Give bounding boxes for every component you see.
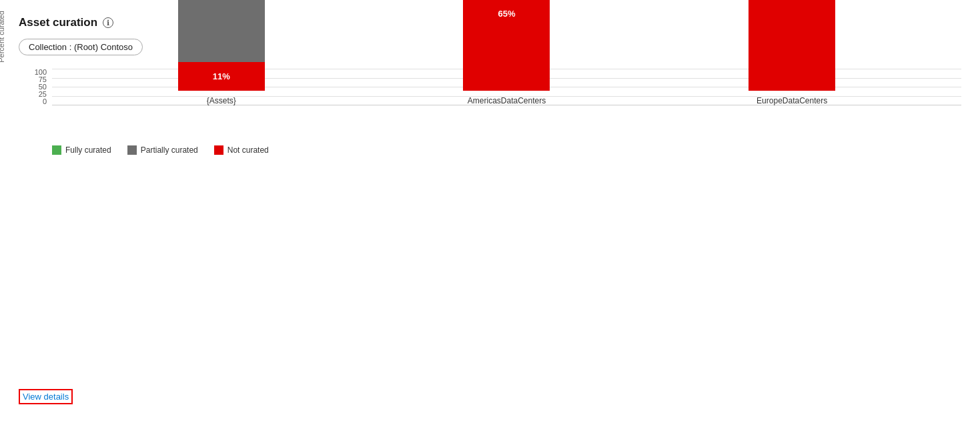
y-axis-label: Percent curated xyxy=(0,3,5,70)
legend-label-partial: Partially curated xyxy=(141,145,198,155)
legend-item-partial: Partially curated xyxy=(127,145,198,155)
info-icon[interactable]: ℹ xyxy=(103,17,113,28)
chart-legend: Fully curated Partially curated Not cura… xyxy=(52,145,961,155)
legend-label-not: Not curated xyxy=(227,145,269,155)
view-details-link[interactable]: View details xyxy=(19,389,73,404)
y-tick-0: 0 xyxy=(19,98,47,105)
chart-wrapper: Percent curated 100 75 50 25 0 xyxy=(19,69,961,389)
legend-label-full: Fully curated xyxy=(65,145,111,155)
page-title: Asset curation xyxy=(19,16,97,29)
legend-swatch-not xyxy=(214,145,223,155)
legend-swatch-partial xyxy=(127,145,137,155)
y-axis: Percent curated 100 75 50 25 0 xyxy=(19,69,52,129)
chart-body: 89% 11% {Assets} ≈ 0% xyxy=(52,69,961,129)
bar-stack-assets: 89% 11% xyxy=(178,0,265,91)
bar-group-assets: 89% 11% {Assets} xyxy=(178,0,265,105)
bar-segment-americas-not: 65% xyxy=(463,0,550,91)
bar-label-assets: {Assets} xyxy=(207,96,236,105)
footer: View details xyxy=(19,389,961,404)
bar-segment-assets-partial: 89% xyxy=(178,0,265,62)
chart-area: Percent curated 100 75 50 25 0 xyxy=(19,69,961,129)
bar-stack-europe: 11% 89% xyxy=(749,0,835,91)
collection-filter-button[interactable]: Collection : (Root) Contoso xyxy=(19,39,143,55)
bar-label-europe: EuropeDataCenters xyxy=(757,96,827,105)
legend-swatch-full xyxy=(52,145,61,155)
bars-row: 89% 11% {Assets} ≈ 0% xyxy=(52,69,961,105)
legend-item-full: Fully curated xyxy=(52,145,111,155)
bar-stack-americas: ≈ 0% 35% 65% xyxy=(463,0,550,91)
bar-label-americas: AmericasDataCenters xyxy=(468,96,546,105)
bar-group-europe: 11% 89% EuropeDataCenters xyxy=(749,0,835,105)
bar-group-americas: ≈ 0% 35% 65% AmericasDataCenters xyxy=(463,0,550,105)
legend-item-not: Not curated xyxy=(214,145,269,155)
bar-segment-assets-not: 11% xyxy=(178,62,265,91)
bar-segment-europe-not: 89% xyxy=(749,0,835,91)
